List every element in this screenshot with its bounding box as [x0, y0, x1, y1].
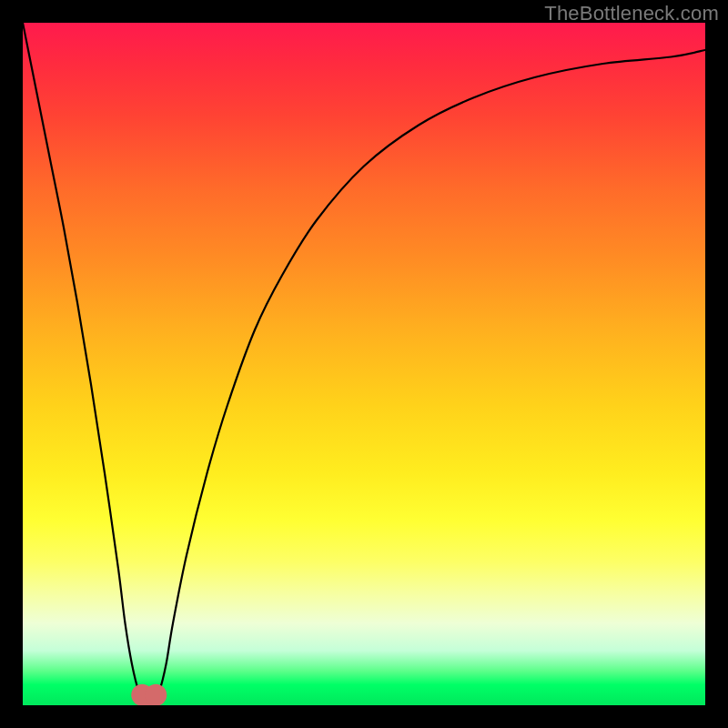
plot-area — [23, 23, 705, 705]
valley-connector — [142, 689, 156, 705]
curve-svg — [23, 23, 705, 705]
valley-marker-right — [145, 684, 167, 705]
chart-frame: TheBottleneck.com — [0, 0, 728, 728]
valley-marker-left — [131, 684, 153, 705]
bottleneck-curve — [23, 23, 705, 705]
valley-markers — [131, 684, 167, 705]
